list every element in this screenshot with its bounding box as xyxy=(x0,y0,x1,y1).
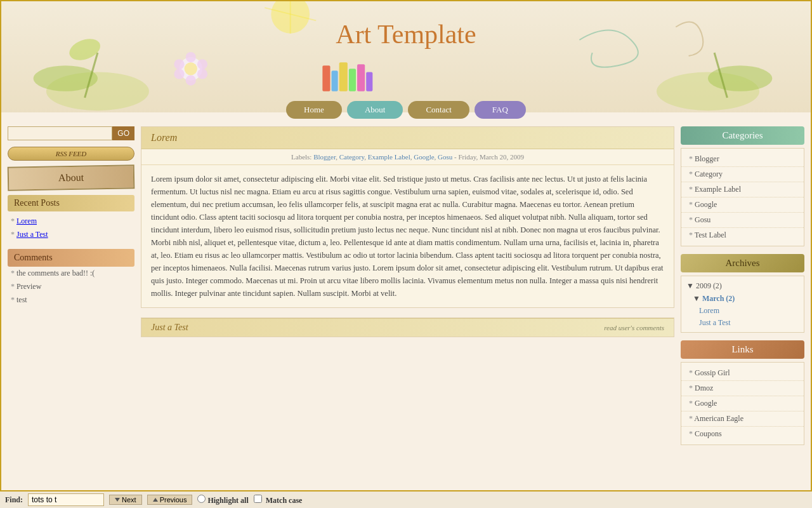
next-label: Next xyxy=(122,496,136,504)
archives-title: Archives xyxy=(681,254,804,272)
category-item[interactable]: Blogger xyxy=(681,152,804,167)
find-bar: Find: Next Previous Highlight all Match … xyxy=(0,490,812,508)
svg-point-22 xyxy=(174,69,184,79)
svg-rect-12 xyxy=(332,70,338,91)
category-item[interactable]: Example Label xyxy=(681,182,804,197)
archives-tree: ▼ 2009 (2) ▼ March (2) Lorem Just a Test xyxy=(681,276,804,333)
header: Art Template xyxy=(1,1,811,112)
read-comments-link[interactable]: read user's comments xyxy=(604,324,664,331)
post-title: Lorem xyxy=(141,127,674,149)
nav: Home About Contact FAQ xyxy=(1,100,811,120)
svg-line-3 xyxy=(85,53,98,98)
arrow-up-icon xyxy=(153,498,158,502)
recent-posts-title: Recent Posts xyxy=(8,195,134,211)
archives-widget: Archives ▼ 2009 (2) ▼ March (2) Lorem Ju… xyxy=(681,254,804,333)
search-widget: GO xyxy=(8,126,134,140)
recent-post-link[interactable]: Just a Test xyxy=(16,230,48,239)
svg-point-20 xyxy=(197,69,207,79)
comment-item: Preview xyxy=(8,280,134,293)
recent-posts-widget: Recent Posts Lorem Just a Test xyxy=(8,195,134,241)
rss-feed: RSS FEED xyxy=(8,147,134,161)
recent-post-item[interactable]: Lorem xyxy=(8,215,134,228)
highlight-label: Highlight all xyxy=(197,495,248,505)
post-lorem: Lorem Labels: Blogger, Category, Example… xyxy=(141,126,674,308)
previous-label: Previous xyxy=(160,496,187,504)
category-item[interactable]: Category xyxy=(681,167,804,182)
links-widget: Links Gossip Girl Dmoz Google American E… xyxy=(681,340,804,445)
match-case-label: Match case xyxy=(254,495,303,505)
archives-year[interactable]: ▼ 2009 (2) xyxy=(686,279,799,293)
nav-faq[interactable]: FAQ xyxy=(475,101,526,119)
categories-widget: Categories Blogger Category Example Labe… xyxy=(681,126,804,246)
post-body: Lorem ipsum dolor sit amet, consectetur … xyxy=(141,165,674,307)
highlight-radio[interactable] xyxy=(197,495,206,503)
svg-rect-14 xyxy=(349,69,356,91)
next-button[interactable]: Next xyxy=(109,495,142,505)
recent-posts-list: Lorem Just a Test xyxy=(8,215,134,241)
sidebar-left: GO RSS FEED About Recent Posts Lorem Jus… xyxy=(8,126,134,453)
category-item[interactable]: Gosu xyxy=(681,213,804,228)
links-title: Links xyxy=(681,340,804,359)
svg-point-2 xyxy=(34,65,98,91)
find-label: Find: xyxy=(5,495,23,505)
svg-line-7 xyxy=(714,53,727,98)
svg-rect-13 xyxy=(339,62,348,91)
label-example[interactable]: Example Label xyxy=(368,153,410,161)
post2-title: Just a Test xyxy=(151,323,188,333)
link-item[interactable]: Coupons xyxy=(681,427,804,441)
link-item[interactable]: Google xyxy=(681,396,804,411)
nav-about[interactable]: About xyxy=(347,101,403,119)
previous-button[interactable]: Previous xyxy=(147,495,193,505)
comments-list: the comments are bad!! :( Preview test xyxy=(8,267,134,307)
sidebar-right: Categories Blogger Category Example Labe… xyxy=(681,126,804,453)
recent-post-item[interactable]: Just a Test xyxy=(8,228,134,241)
svg-rect-11 xyxy=(322,65,330,91)
search-button[interactable]: GO xyxy=(112,126,134,140)
category-item[interactable]: Test Label xyxy=(681,228,804,243)
link-item[interactable]: Gossip Girl xyxy=(681,366,804,381)
recent-post-link[interactable]: Lorem xyxy=(16,217,37,225)
nav-home[interactable]: Home xyxy=(286,101,342,119)
find-input[interactable] xyxy=(28,493,104,506)
comment-item: test xyxy=(8,293,134,307)
svg-point-21 xyxy=(186,75,196,85)
svg-point-23 xyxy=(174,59,184,69)
post-footer: Just a Test read user's comments xyxy=(141,318,674,337)
about-widget: About xyxy=(8,164,135,190)
post-just-a-test: Just a Test read user's comments xyxy=(141,318,674,337)
about-label: About xyxy=(58,172,84,184)
rss-label: RSS FEED xyxy=(56,150,87,157)
search-input[interactable] xyxy=(8,126,112,140)
arrow-down-icon xyxy=(115,498,120,502)
archives-month: ▼ March (2) xyxy=(686,293,799,305)
svg-point-19 xyxy=(197,59,207,69)
highlight-text: Highlight all xyxy=(207,496,248,505)
match-case-checkbox[interactable] xyxy=(254,495,262,503)
svg-point-24 xyxy=(185,62,197,75)
label-google[interactable]: Google xyxy=(414,153,434,161)
svg-point-6 xyxy=(708,65,772,91)
archives-month-link[interactable]: March (2) xyxy=(702,294,735,303)
links-list: Gossip Girl Dmoz Google American Eagle C… xyxy=(681,362,804,445)
label-blogger[interactable]: Blogger xyxy=(313,153,336,161)
svg-point-17 xyxy=(180,57,202,80)
svg-rect-15 xyxy=(357,64,365,91)
archive-post-link[interactable]: Lorem xyxy=(699,306,719,315)
site-title: Art Template xyxy=(1,1,811,50)
link-item[interactable]: Dmoz xyxy=(681,381,804,396)
main-content: Lorem Labels: Blogger, Category, Example… xyxy=(141,126,674,453)
svg-rect-16 xyxy=(366,72,372,91)
link-item[interactable]: American Eagle xyxy=(681,411,804,427)
categories-title: Categories xyxy=(681,126,804,145)
label-gosu[interactable]: Gosu xyxy=(438,153,452,161)
categories-list: Blogger Category Example Label Google Go… xyxy=(681,148,804,246)
nav-contact[interactable]: Contact xyxy=(408,101,469,119)
category-item[interactable]: Google xyxy=(681,197,804,213)
svg-point-18 xyxy=(186,52,196,62)
comment-item: the comments are bad!! :( xyxy=(8,267,134,280)
comments-widget: Comments the comments are bad!! :( Previ… xyxy=(8,249,134,307)
archive-post-item: Lorem xyxy=(686,305,799,317)
label-category[interactable]: Category xyxy=(339,153,365,161)
comments-title: Comments xyxy=(8,249,134,267)
archive-post-link[interactable]: Just a Test xyxy=(699,318,731,327)
